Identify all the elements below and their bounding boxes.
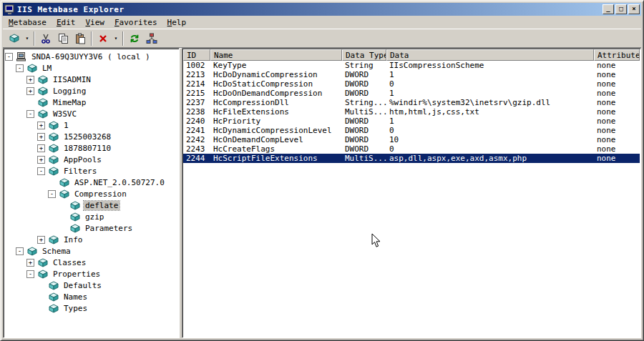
tree-item-1[interactable]: +1: [5, 119, 179, 131]
expand-box[interactable]: +: [37, 236, 45, 244]
cell-id: 2214: [183, 79, 210, 89]
expand-box[interactable]: +: [37, 133, 45, 141]
tree-item-parameters[interactable]: Parameters: [5, 222, 179, 234]
tree-item-iisadmin[interactable]: +IISADMIN: [5, 74, 179, 85]
property-row-2242[interactable]: 2242HcOnDemandCompLevelDWORD10none: [183, 135, 640, 144]
minimize-button[interactable]: _: [602, 4, 614, 14]
expand-box[interactable]: +: [37, 122, 45, 129]
menu-view[interactable]: View: [80, 17, 109, 28]
key-icon: [48, 292, 59, 302]
tree-item-w3svc[interactable]: -W3SVC: [5, 108, 179, 119]
collapse-box[interactable]: -: [26, 110, 34, 118]
expand-box[interactable]: +: [26, 87, 34, 95]
property-row-1002[interactable]: 1002KeyTypeStringIIsCompressionSchemenon…: [183, 61, 640, 70]
tree-item-label: deflate: [84, 201, 119, 210]
tree-item-label: 1525003268: [62, 132, 112, 142]
window-title: IIS Metabase Explorer: [17, 5, 125, 14]
tree-item-snda-69q3uyy3v6-local[interactable]: -SNDA-69Q3UYY3V6 ( local ): [5, 51, 179, 62]
tree-item-names[interactable]: Names: [5, 291, 179, 302]
tree-item-filters[interactable]: -Filters: [5, 165, 179, 177]
tree-item-info[interactable]: +Info: [5, 234, 179, 245]
collapse-box[interactable]: -: [5, 53, 13, 61]
collapse-box[interactable]: -: [37, 167, 45, 175]
refresh-button[interactable]: [126, 31, 143, 46]
property-row-2214[interactable]: 2214HcDoStaticCompressionDWORD0none: [183, 79, 640, 89]
collapse-box[interactable]: -: [16, 247, 24, 255]
tree-indent: [5, 194, 48, 194]
expand-box[interactable]: +: [37, 144, 45, 152]
tree-item-gzip[interactable]: gzip: [5, 211, 179, 222]
cell-name: HcCreateFlags: [210, 144, 342, 154]
connect-button[interactable]: [143, 31, 160, 46]
tree-item-compression[interactable]: -Compression: [5, 188, 179, 199]
key-icon: [59, 189, 70, 199]
cut-button[interactable]: [37, 31, 54, 46]
menu-favorites[interactable]: Favorites: [109, 17, 162, 28]
column-header-attributes[interactable]: Attributes: [594, 49, 640, 61]
property-row-2237[interactable]: 2237HcCompressionDllString...%windir%\sy…: [183, 98, 640, 107]
expand-box[interactable]: +: [37, 156, 45, 164]
column-header-name[interactable]: Name: [210, 49, 342, 61]
property-row-2240[interactable]: 2240HcPriorityDWORD1none: [183, 117, 640, 126]
property-row-2238[interactable]: 2238HcFileExtensionsMultiS...htm,html,js…: [183, 107, 640, 117]
property-row-2244[interactable]: 2244HcScriptFileExtensionsMultiS...asp,d…: [183, 154, 640, 163]
cell-data_type: DWORD: [342, 89, 386, 98]
tree-item-label: 1: [62, 121, 70, 130]
tree-item-defaults[interactable]: Defaults: [5, 280, 179, 291]
tree-item-mimemap[interactable]: MimeMap: [5, 97, 179, 108]
copy-button[interactable]: [54, 31, 72, 46]
new-key-button[interactable]: [6, 31, 23, 46]
expand-box[interactable]: +: [26, 259, 34, 267]
delete-button[interactable]: [94, 31, 112, 46]
tree-item-deflate[interactable]: deflate: [5, 199, 179, 211]
tree-item-apppools[interactable]: +AppPools: [5, 154, 179, 165]
collapse-box[interactable]: -: [16, 64, 24, 72]
key-icon: [48, 132, 59, 142]
tree-item-classes[interactable]: +Classes: [5, 257, 179, 268]
tree-indent: [5, 148, 37, 149]
tree-indent: [5, 297, 37, 297]
tree-item-schema[interactable]: -Schema: [5, 245, 179, 257]
property-row-2241[interactable]: 2241HcDynamicCompressionLevelDWORD0none: [183, 126, 640, 135]
tree-item-types[interactable]: Types: [5, 302, 179, 314]
title-bar[interactable]: IIS Metabase Explorer _□×: [3, 3, 641, 16]
tree-item-properties[interactable]: -Properties: [5, 268, 179, 280]
property-row-2243[interactable]: 2243HcCreateFlagsDWORD0none: [183, 144, 640, 154]
column-header-id[interactable]: ID: [183, 49, 210, 61]
menu-help[interactable]: Help: [162, 17, 192, 28]
tree-item-1878807110[interactable]: +1878807110: [5, 142, 179, 154]
menu-edit[interactable]: Edit: [52, 17, 81, 28]
paste-button[interactable]: [72, 31, 89, 46]
column-header-data-type[interactable]: Data Type: [342, 49, 386, 61]
window-controls: _□×: [602, 4, 640, 14]
property-row-2215[interactable]: 2215HcDoOnDemandCompressionDWORD1none: [183, 89, 640, 98]
tree-item-label: Logging: [52, 87, 87, 96]
column-header-data[interactable]: Data: [386, 49, 594, 61]
metabase-tree[interactable]: -SNDA-69Q3UYY3V6 ( local )-LM+IISADMIN+L…: [3, 48, 180, 338]
key-icon: [37, 270, 49, 279]
app-window: IIS Metabase Explorer _□× MetabaseEditVi…: [0, 0, 644, 341]
new-key-dropdown[interactable]: ▾: [23, 31, 31, 46]
delete-dropdown[interactable]: ▾: [112, 31, 120, 46]
cell-id: 1002: [183, 61, 210, 70]
list-body[interactable]: 1002KeyTypeStringIIsCompressionSchemenon…: [183, 61, 640, 337]
menu-metabase[interactable]: Metabase: [4, 17, 52, 28]
tree-item-label: IISADMIN: [52, 75, 92, 84]
property-row-2213[interactable]: 2213HcDoDynamicCompressionDWORD1none: [183, 70, 640, 79]
collapse-box[interactable]: -: [48, 190, 56, 198]
collapse-box[interactable]: -: [26, 270, 34, 278]
cell-attributes: none: [594, 144, 640, 154]
toolbar-separator: [91, 31, 92, 46]
tree-item-lm[interactable]: -LM: [5, 62, 179, 74]
cell-id: 2238: [183, 107, 210, 117]
tree-item-logging[interactable]: +Logging: [5, 85, 179, 97]
maximize-button[interactable]: □: [615, 4, 627, 14]
cell-data_type: DWORD: [342, 117, 386, 126]
close-button[interactable]: ×: [628, 4, 640, 14]
expand-box[interactable]: +: [26, 76, 34, 84]
tree-item-label: 1878807110: [62, 144, 112, 153]
tree-item-asp-net-2-0-50727-0[interactable]: ASP.NET_2.0.50727.0: [5, 177, 179, 188]
tree-item-1525003268[interactable]: +1525003268: [5, 131, 179, 142]
cell-attributes: none: [594, 154, 640, 163]
cell-data_type: DWORD: [342, 144, 386, 154]
